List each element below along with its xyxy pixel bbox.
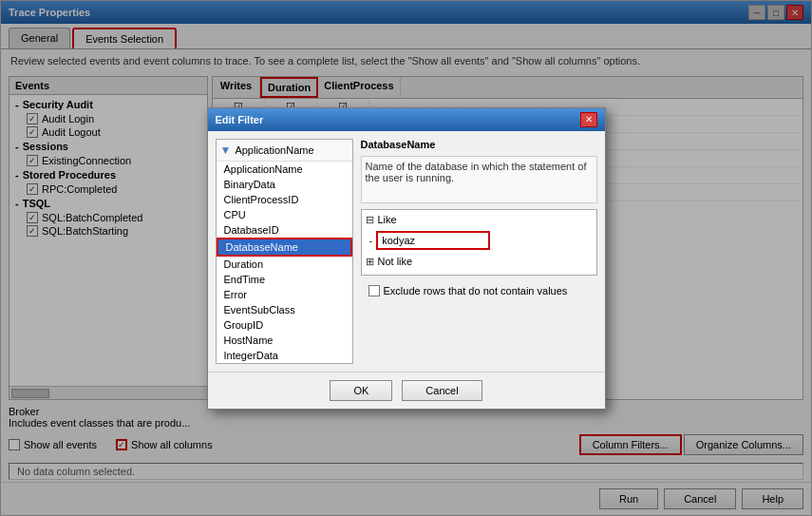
like-expand-icon[interactable]: ⊟	[366, 214, 374, 226]
edit-filter-dialog: Edit Filter ✕ ▼ ApplicationName Applicat…	[207, 107, 606, 410]
modal-cancel-button[interactable]: Cancel	[402, 380, 482, 401]
exclude-row: Exclude rows that do not contain values	[368, 285, 590, 296]
not-like-expand-icon[interactable]: ⊞	[366, 256, 374, 268]
filter-item-integerdata[interactable]: IntegerData	[217, 348, 352, 363]
modal-overlay: Edit Filter ✕ ▼ ApplicationName Applicat…	[1, 1, 811, 515]
filter-item-error[interactable]: Error	[217, 287, 352, 302]
modal-title: Edit Filter	[216, 114, 264, 125]
exclude-checkbox[interactable]	[368, 285, 380, 296]
like-input-row: -	[366, 229, 593, 252]
filter-item-endtime[interactable]: EndTime	[217, 272, 352, 287]
like-label: Like	[378, 214, 397, 225]
filter-field-desc: Name of the database in which the statem…	[361, 156, 597, 203]
filter-item-appname[interactable]: ApplicationName	[217, 162, 352, 177]
filter-field-name: DatabaseName	[361, 139, 597, 150]
filter-item-groupid[interactable]: GroupID	[217, 317, 352, 333]
filter-item-duration[interactable]: Duration	[217, 257, 352, 272]
modal-body: ▼ ApplicationName ApplicationName Binary…	[208, 131, 605, 372]
filter-right-panel: DatabaseName Name of the database in whi…	[361, 139, 597, 364]
filter-item-databasename[interactable]: DatabaseName	[217, 238, 352, 257]
exclude-label: Exclude rows that do not contain values	[384, 285, 568, 296]
filter-item-hostname[interactable]: HostName	[217, 333, 352, 348]
modal-ok-button[interactable]: OK	[330, 380, 392, 401]
filter-item-binarydata[interactable]: BinaryData	[217, 177, 352, 192]
modal-title-bar: Edit Filter ✕	[208, 108, 605, 131]
filter-item-clientprocessid[interactable]: ClientProcessID	[217, 192, 352, 207]
main-window: Trace Properties ─ □ ✕ General Events Se…	[0, 0, 812, 516]
filter-icon: ▼	[220, 143, 232, 157]
filter-list-items: ApplicationName BinaryData ClientProcess…	[217, 162, 352, 363]
not-like-header: ⊞ Not like	[366, 256, 593, 268]
filter-list-header: ▼ ApplicationName	[217, 140, 352, 162]
filter-condition-box: ⊟ Like - ⊞ Not like	[361, 209, 597, 276]
filter-list-panel: ▼ ApplicationName ApplicationName Binary…	[216, 139, 353, 364]
application-name-header: ApplicationName	[235, 144, 313, 156]
like-row-icon: -	[369, 235, 373, 246]
like-header: ⊟ Like	[366, 214, 593, 226]
filter-item-eventsubclass[interactable]: EventSubClass	[217, 302, 352, 317]
modal-close-button[interactable]: ✕	[580, 112, 597, 127]
filter-item-databaseid[interactable]: DatabaseID	[217, 222, 352, 238]
filter-item-cpu[interactable]: CPU	[217, 207, 352, 222]
not-like-label: Not like	[378, 256, 413, 267]
like-input[interactable]	[376, 231, 490, 250]
modal-footer: OK Cancel	[208, 372, 605, 409]
